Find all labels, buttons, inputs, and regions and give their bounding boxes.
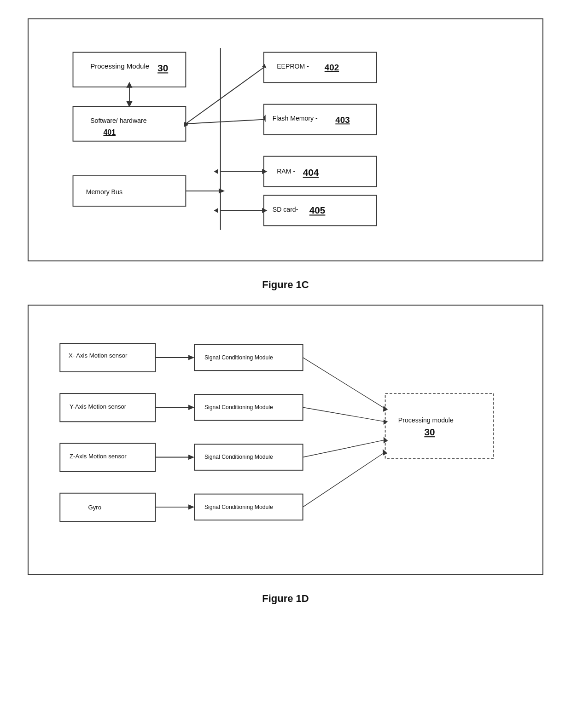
- figure-1d-svg: X- Axis Motion sensor Y-Axis Motion sens…: [47, 319, 524, 559]
- svg-text:X- Axis Motion sensor: X- Axis Motion sensor: [69, 352, 128, 359]
- svg-text:405: 405: [309, 205, 326, 215]
- svg-text:EEPROM -: EEPROM -: [277, 63, 309, 70]
- svg-text:404: 404: [303, 167, 319, 178]
- svg-text:SD card-: SD card-: [273, 206, 298, 213]
- svg-line-67: [303, 407, 385, 422]
- svg-text:Signal Conditioning Module: Signal Conditioning Module: [204, 354, 273, 361]
- svg-marker-49: [188, 405, 194, 410]
- svg-text:403: 403: [335, 115, 350, 125]
- svg-text:Processing Module: Processing Module: [90, 62, 149, 70]
- svg-text:30: 30: [157, 63, 168, 73]
- svg-text:30: 30: [424, 427, 435, 437]
- svg-text:402: 402: [325, 63, 339, 72]
- svg-line-21: [186, 120, 264, 124]
- svg-text:Processing module: Processing module: [398, 416, 454, 424]
- figure-1d-container: X- Axis Motion sensor Y-Axis Motion sens…: [28, 305, 543, 575]
- svg-text:Gyro: Gyro: [88, 504, 101, 511]
- svg-text:Signal Conditioning Module: Signal Conditioning Module: [204, 454, 273, 460]
- figure-1c-container: Processing Module 30 Software/ hardware …: [28, 18, 543, 261]
- svg-text:Y-Axis Motion sensor: Y-Axis Motion sensor: [70, 403, 127, 410]
- svg-text:Z-Axis Motion sensor: Z-Axis Motion sensor: [70, 453, 127, 460]
- svg-marker-51: [188, 455, 194, 460]
- svg-line-65: [303, 358, 385, 409]
- svg-rect-44: [60, 493, 155, 521]
- svg-text:Flash Memory -: Flash Memory -: [273, 115, 318, 122]
- figure-1d-caption: Figure 1D: [262, 593, 309, 605]
- svg-marker-36: [214, 208, 218, 213]
- svg-text:RAM -: RAM -: [277, 168, 295, 175]
- svg-text:Signal Conditioning Module: Signal Conditioning Module: [204, 504, 273, 510]
- svg-marker-33: [214, 169, 218, 174]
- svg-rect-62: [385, 393, 494, 458]
- svg-text:Signal Conditioning Module: Signal Conditioning Module: [204, 404, 273, 410]
- svg-marker-31: [219, 188, 225, 193]
- svg-marker-53: [188, 504, 194, 509]
- svg-text:Memory Bus: Memory Bus: [86, 188, 122, 196]
- figure-1c-svg: Processing Module 30 Software/ hardware …: [47, 33, 524, 245]
- figure-1c-caption: Figure 1C: [262, 279, 309, 291]
- svg-line-71: [303, 452, 385, 507]
- svg-line-15: [186, 68, 264, 124]
- svg-text:Software/ hardware: Software/ hardware: [90, 117, 146, 124]
- svg-line-69: [303, 440, 385, 457]
- svg-marker-47: [188, 355, 194, 360]
- svg-text:401: 401: [103, 128, 116, 136]
